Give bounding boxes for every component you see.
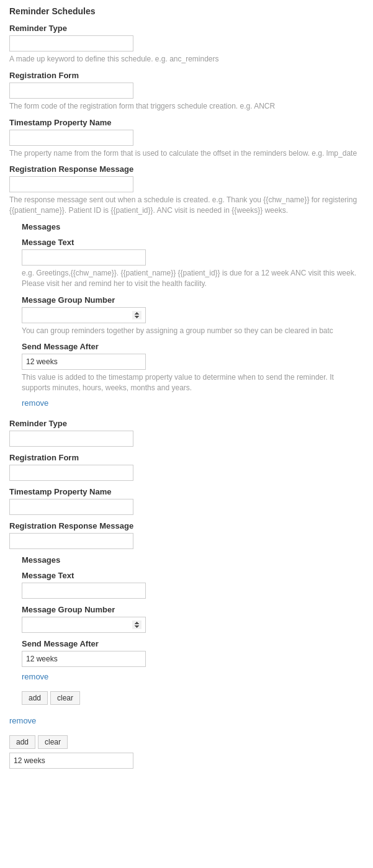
bottom-section: remove add clear bbox=[9, 711, 364, 769]
reminder-type-input-1[interactable] bbox=[9, 35, 133, 51]
btn-row-1: add clear bbox=[22, 691, 364, 705]
registration-form-label-1b: Registration Form bbox=[9, 453, 364, 462]
clear-button-1[interactable]: clear bbox=[50, 691, 80, 705]
registration-form-hint-1: The form code of the registration form t… bbox=[9, 101, 364, 112]
page-title: Reminder Schedules bbox=[9, 6, 364, 16]
add-button-bottom[interactable]: add bbox=[9, 735, 35, 749]
response-message-hint-1: The response message sent out when a sch… bbox=[9, 195, 364, 216]
message-text-label-1: Message Text bbox=[22, 238, 364, 247]
send-after-input-1b[interactable] bbox=[22, 651, 146, 667]
timestamp-label-1: Timestamp Property Name bbox=[9, 118, 364, 127]
reminder-type-label-1b: Reminder Type bbox=[9, 419, 364, 428]
remove-link-1[interactable]: remove bbox=[22, 398, 48, 408]
messages-label-1b: Messages bbox=[22, 555, 364, 565]
send-after-input-bottom[interactable] bbox=[9, 753, 133, 769]
send-after-label-1b: Send Message After bbox=[22, 639, 364, 648]
message-group-wrapper-1 bbox=[22, 307, 146, 323]
timestamp-label-1b: Timestamp Property Name bbox=[9, 487, 364, 496]
reminder-type-input-1b[interactable] bbox=[9, 431, 133, 447]
message-group-wrapper-1b bbox=[22, 617, 146, 633]
messages-section-1: Messages Message Text e.g. Greetings,{{c… bbox=[22, 222, 364, 413]
response-message-input-1b[interactable] bbox=[9, 533, 133, 549]
add-button-1[interactable]: add bbox=[22, 691, 48, 705]
registration-form-input-1[interactable] bbox=[9, 83, 133, 99]
messages-section-1b: Messages Message Text Message Group Numb… bbox=[22, 555, 364, 705]
send-after-input-1[interactable] bbox=[22, 354, 146, 370]
message-group-input-1b[interactable] bbox=[22, 617, 146, 633]
timestamp-input-1[interactable] bbox=[9, 130, 133, 146]
reminder-type-hint-1: A made up keyword to define this schedul… bbox=[9, 54, 364, 65]
remove-link-1b[interactable]: remove bbox=[22, 672, 48, 681]
messages-label-1: Messages bbox=[22, 222, 364, 231]
message-group-input-1[interactable] bbox=[22, 307, 146, 323]
timestamp-input-1b[interactable] bbox=[9, 499, 133, 515]
response-message-label-1: Registration Response Message bbox=[9, 164, 364, 174]
message-group-label-1b: Message Group Number bbox=[22, 605, 364, 614]
message-text-hint-1: e.g. Greetings,{{chw_name}}. {{patient_n… bbox=[22, 268, 364, 289]
response-message-input-1[interactable] bbox=[9, 176, 133, 192]
message-text-input-1b[interactable] bbox=[22, 583, 146, 599]
schedule-block-1: Reminder Type A made up keyword to defin… bbox=[9, 24, 364, 705]
message-text-label-1b: Message Text bbox=[22, 571, 364, 580]
remove-link-bottom[interactable]: remove bbox=[9, 716, 36, 725]
response-message-label-1b: Registration Response Message bbox=[9, 521, 364, 530]
clear-button-bottom[interactable]: clear bbox=[38, 735, 68, 749]
message-group-label-1: Message Group Number bbox=[22, 295, 364, 305]
send-after-hint-1: This value is added to the timestamp pro… bbox=[22, 372, 364, 393]
message-group-hint-1: You can group reminders together by assi… bbox=[22, 326, 364, 336]
reminder-type-label-1: Reminder Type bbox=[9, 24, 364, 33]
timestamp-hint-1: The property name from the form that is … bbox=[9, 148, 364, 159]
message-text-input-1[interactable] bbox=[22, 249, 146, 266]
send-after-label-1: Send Message After bbox=[22, 342, 364, 351]
registration-form-label-1: Registration Form bbox=[9, 71, 364, 80]
registration-form-input-1b[interactable] bbox=[9, 465, 133, 481]
btn-row-bottom: add clear bbox=[9, 735, 364, 749]
